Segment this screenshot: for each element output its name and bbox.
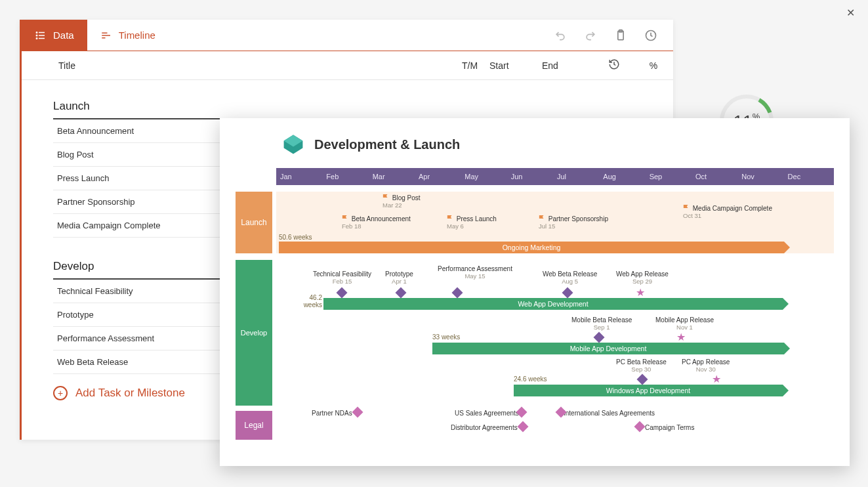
timeline-chart: Jan Feb Mar Apr May Jun Jul Aug Sep Oct … bbox=[236, 168, 834, 444]
plus-icon: + bbox=[53, 386, 68, 400]
app-logo-icon bbox=[281, 133, 305, 156]
lane-legal-label: Legal bbox=[236, 411, 272, 440]
legal-terms[interactable]: Campaign Terms bbox=[645, 424, 694, 431]
timeline-card: Development & Launch Jan Feb Mar Apr May… bbox=[220, 118, 850, 466]
redo-icon[interactable] bbox=[584, 29, 597, 42]
col-end: End bbox=[542, 60, 594, 71]
col-start: Start bbox=[489, 60, 542, 71]
flag-label: Beta Announcement bbox=[352, 215, 411, 222]
legal-intl[interactable]: International Sales Agreements bbox=[564, 410, 655, 417]
month-label: Feb bbox=[326, 173, 372, 180]
month-label: Sep bbox=[650, 173, 695, 180]
duration-web: 46.2 weeks bbox=[300, 294, 322, 308]
legal-nda[interactable]: Partner NDAs bbox=[312, 410, 352, 417]
col-history bbox=[594, 58, 634, 72]
flag-label: Partner Sponsorship bbox=[548, 215, 608, 222]
milestone-wbr[interactable]: Web Beta ReleaseAug 5 bbox=[543, 270, 597, 285]
legal-dist[interactable]: Distributor Agreements bbox=[451, 424, 518, 431]
bar-mobile[interactable]: Mobile App Development bbox=[432, 343, 784, 354]
svg-point-3 bbox=[36, 32, 37, 33]
tab-data[interactable]: Data bbox=[22, 20, 87, 51]
star-icon: ★ bbox=[636, 286, 645, 299]
flag-icon bbox=[539, 215, 545, 222]
flag-icon bbox=[447, 215, 453, 222]
list-icon bbox=[35, 30, 47, 41]
tab-timeline-label: Timeline bbox=[119, 30, 155, 41]
flag-label: Press Launch bbox=[457, 215, 497, 222]
tab-data-label: Data bbox=[53, 30, 74, 41]
lane-launch-label: Launch bbox=[236, 192, 272, 253]
milestone-pbr[interactable]: PC Beta ReleaseSep 30 bbox=[616, 358, 667, 373]
timeline-icon bbox=[100, 30, 112, 41]
clipboard-icon[interactable] bbox=[614, 29, 627, 42]
col-percent: % bbox=[634, 60, 673, 71]
history-icon[interactable] bbox=[644, 29, 657, 42]
duration-marketing: 50.6 weeks bbox=[279, 234, 312, 241]
milestone-perf[interactable]: Performance AssessmentMay 15 bbox=[438, 265, 512, 280]
month-label: Dec bbox=[788, 173, 834, 180]
add-task-button[interactable]: + Add Task or Milestone + bbox=[53, 374, 237, 400]
lane-develop-label: Develop bbox=[236, 260, 272, 406]
flag-media[interactable]: Media Campaign Complete Oct 31 bbox=[683, 205, 772, 219]
duration-mobile: 33 weeks bbox=[432, 333, 460, 341]
milestone-mar[interactable]: Mobile App ReleaseNov 1 bbox=[655, 316, 714, 331]
duration-windows: 24.6 weeks bbox=[514, 375, 547, 383]
col-tm: T/M bbox=[450, 60, 489, 71]
tab-bar: Data Timeline bbox=[22, 20, 673, 51]
month-label: May bbox=[465, 173, 510, 180]
flag-icon bbox=[382, 194, 389, 201]
svg-point-5 bbox=[36, 37, 37, 39]
flag-label: Media Campaign Complete bbox=[693, 205, 772, 212]
milestone-war[interactable]: Web App ReleaseSep 29 bbox=[616, 270, 669, 285]
month-label: Jul bbox=[557, 173, 603, 180]
month-label: Mar bbox=[373, 173, 419, 180]
star-icon: ★ bbox=[676, 331, 686, 343]
month-label: Nov bbox=[741, 173, 787, 180]
flag-icon bbox=[342, 215, 348, 222]
undo-icon[interactable] bbox=[554, 29, 567, 42]
milestone-par[interactable]: PC App ReleaseNov 30 bbox=[682, 358, 730, 373]
bar-marketing[interactable]: Ongoing Marketing bbox=[279, 242, 784, 253]
flag-date: Feb 18 bbox=[342, 222, 411, 230]
legal-us[interactable]: US Sales Agreements bbox=[455, 410, 519, 417]
history-column-icon bbox=[608, 58, 620, 70]
flag-beta[interactable]: Beta Announcement Feb 18 bbox=[342, 215, 411, 230]
bar-web[interactable]: Web App Development bbox=[323, 298, 783, 310]
flag-date: May 6 bbox=[447, 222, 497, 230]
timeline-title: Development & Launch bbox=[314, 137, 460, 152]
star-icon: ★ bbox=[712, 373, 721, 385]
column-headers: Title T/M Start End % bbox=[22, 51, 673, 80]
flag-label: Blog Post bbox=[392, 194, 421, 201]
month-label: Aug bbox=[603, 173, 649, 180]
flag-date: Oct 31 bbox=[683, 212, 772, 219]
close-button[interactable]: ✕ bbox=[846, 7, 855, 19]
flag-blog[interactable]: Blog Post Mar 22 bbox=[382, 194, 421, 209]
flag-partner[interactable]: Partner Sponsorship Jul 15 bbox=[539, 215, 608, 230]
month-label: Jun bbox=[511, 173, 557, 180]
month-label: Jan bbox=[280, 173, 326, 180]
month-label: Oct bbox=[695, 173, 741, 180]
flag-press[interactable]: Press Launch May 6 bbox=[447, 215, 497, 230]
flag-icon bbox=[683, 205, 690, 211]
flag-date: Jul 15 bbox=[539, 222, 608, 230]
milestone-tf[interactable]: Technical FeasibilityFeb 15 bbox=[313, 270, 371, 285]
month-axis: Jan Feb Mar Apr May Jun Jul Aug Sep Oct … bbox=[276, 168, 834, 185]
month-label: Apr bbox=[419, 173, 465, 180]
flag-date: Mar 22 bbox=[382, 201, 421, 209]
tab-timeline[interactable]: Timeline bbox=[87, 20, 169, 51]
bar-windows[interactable]: Windows App Development bbox=[514, 385, 783, 396]
group-launch-title[interactable]: Launch bbox=[53, 96, 660, 119]
milestone-proto[interactable]: PrototypeApr 1 bbox=[385, 270, 413, 285]
col-title: Title bbox=[58, 60, 450, 71]
add-task-label: Add Task or Milestone bbox=[75, 387, 185, 400]
milestone-mbr[interactable]: Mobile Beta ReleaseSep 1 bbox=[571, 316, 632, 331]
svg-point-4 bbox=[36, 35, 37, 36]
